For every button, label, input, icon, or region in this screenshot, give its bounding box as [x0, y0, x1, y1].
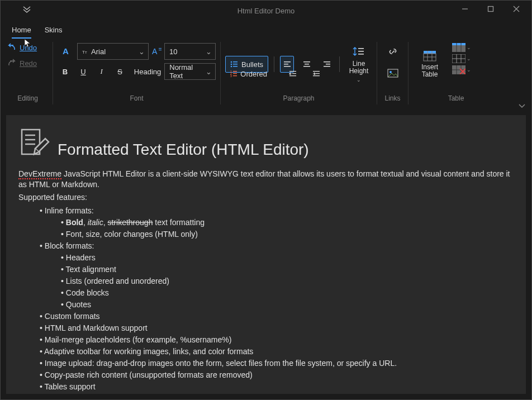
svg-rect-29 — [233, 71, 237, 72]
svg-rect-42 — [424, 51, 436, 54]
svg-rect-36 — [289, 75, 296, 76]
svg-point-41 — [390, 71, 392, 73]
svg-point-12 — [231, 64, 232, 65]
ribbon-expand-button[interactable] — [518, 103, 526, 109]
tab-skins[interactable]: Skins — [45, 26, 63, 39]
list-item: Custom formats — [40, 311, 514, 322]
list-item: Code blocks — [61, 287, 514, 299]
group-paragraph-label: Paragraph — [225, 94, 372, 102]
redo-button: Redo — [20, 59, 37, 68]
chevron-down-icon[interactable]: ⌄ — [467, 45, 471, 50]
chevron-down-icon: ⌄ — [206, 47, 212, 56]
svg-rect-47 — [452, 43, 466, 45]
svg-rect-17 — [284, 64, 288, 65]
svg-text:T: T — [85, 51, 87, 54]
chevron-down-icon: ⌄ — [206, 68, 212, 76]
strikethrough-button[interactable]: S — [112, 63, 127, 80]
line-height-icon — [353, 46, 365, 58]
list-item: Font, size, color changes (HTML only) — [61, 228, 514, 240]
group-editing-label: Editing — [7, 94, 48, 102]
window-title: Html Editor Demo — [238, 7, 295, 15]
svg-rect-1 — [488, 7, 493, 12]
group-links-label: Links — [382, 94, 403, 102]
ordered-list-icon: 123 — [230, 70, 237, 78]
svg-rect-13 — [233, 64, 238, 65]
quick-access-dropdown[interactable] — [23, 5, 31, 13]
page-title: Formatted Text Editor (HTML Editor) — [58, 141, 309, 159]
list-item: Image upload: drag-and-drop images onto … — [40, 358, 514, 369]
svg-rect-26 — [358, 51, 364, 52]
svg-rect-39 — [313, 75, 320, 76]
svg-text:A: A — [152, 47, 158, 56]
font-size-select[interactable]: 10 ⌄ — [164, 43, 216, 60]
bold-button[interactable]: B — [58, 63, 73, 80]
delete-table-swatch[interactable] — [452, 65, 466, 74]
font-family-select[interactable]: TT Arial ⌄ — [77, 43, 149, 60]
table-style-swatch[interactable] — [452, 43, 466, 52]
svg-point-10 — [231, 61, 232, 63]
svg-rect-19 — [303, 61, 310, 63]
close-button[interactable] — [504, 1, 529, 17]
list-item: Copy-paste rich content (unsupported for… — [40, 369, 514, 381]
font-size-icon: A — [152, 46, 162, 56]
table-borders-swatch[interactable] — [452, 54, 466, 63]
maximize-button[interactable] — [478, 1, 504, 17]
insert-link-button[interactable] — [384, 43, 402, 60]
svg-rect-20 — [305, 64, 309, 65]
intro-paragraph: DevExtreme JavaScript HTML Editor is a c… — [18, 169, 514, 190]
minimize-button[interactable] — [452, 1, 478, 17]
chevron-down-icon[interactable]: ⌄ — [467, 67, 471, 73]
font-color-button[interactable]: A — [58, 43, 74, 60]
svg-rect-37 — [313, 71, 320, 72]
list-item: HTML and Markdown support — [40, 322, 514, 334]
svg-rect-33 — [233, 75, 237, 76]
undo-icon[interactable] — [7, 43, 16, 52]
list-item: Text alignment — [61, 264, 514, 275]
svg-rect-27 — [358, 54, 364, 55]
table-icon — [423, 50, 436, 61]
svg-rect-35 — [292, 73, 296, 74]
list-item: Mail-merge placeholders (for example, %u… — [40, 334, 514, 346]
list-item: Inline formats: Bold, italic, strikethro… — [40, 205, 514, 240]
heading-label: Heading — [134, 68, 161, 76]
svg-rect-11 — [233, 61, 238, 63]
svg-rect-31 — [233, 73, 237, 74]
list-item: Quotes — [61, 299, 514, 311]
list-item: Bold, italic, strikethrough text formatt… — [61, 217, 514, 228]
insert-table-button[interactable]: Insert Table — [413, 43, 446, 85]
list-item: Adaptive toolbar for working images, lin… — [40, 346, 514, 358]
tab-home[interactable]: Home — [12, 26, 31, 39]
svg-rect-9 — [159, 50, 162, 50]
list-item: Block formats: Headers Text alignment Li… — [40, 240, 514, 311]
group-font-label: Font — [58, 94, 216, 102]
svg-rect-48 — [452, 45, 466, 52]
underline-button[interactable]: U — [76, 63, 91, 80]
chevron-down-icon[interactable]: ⌄ — [467, 56, 471, 61]
svg-text:A: A — [63, 46, 69, 56]
svg-rect-34 — [289, 71, 296, 72]
svg-rect-22 — [324, 61, 330, 63]
svg-rect-16 — [284, 61, 291, 63]
supported-label: Supported features: — [18, 192, 514, 203]
list-item: Headers — [61, 252, 514, 264]
redo-icon — [7, 59, 16, 68]
document-icon — [18, 127, 50, 159]
heading-select[interactable]: Normal Text ⌄ — [164, 63, 216, 80]
editor-content[interactable]: Formatted Text Editor (HTML Editor) DevE… — [6, 115, 526, 394]
svg-rect-8 — [159, 48, 162, 49]
indent-button[interactable] — [307, 65, 325, 82]
svg-rect-25 — [358, 48, 364, 49]
chevron-down-icon: ⌄ — [139, 47, 145, 56]
svg-text:3: 3 — [230, 74, 232, 78]
list-item: Lists (ordered and unordered) — [61, 275, 514, 287]
ordered-button[interactable]: 123 Ordered — [225, 65, 272, 82]
insert-image-button[interactable] — [384, 65, 402, 82]
group-table-label: Table — [413, 94, 499, 102]
outdent-button[interactable] — [284, 65, 302, 82]
svg-rect-38 — [316, 73, 320, 74]
list-item: Tables support — [40, 381, 514, 393]
italic-button[interactable]: I — [94, 63, 109, 80]
svg-rect-23 — [326, 64, 330, 65]
undo-button[interactable]: Undo — [20, 44, 37, 52]
font-icon: TT — [82, 48, 89, 55]
